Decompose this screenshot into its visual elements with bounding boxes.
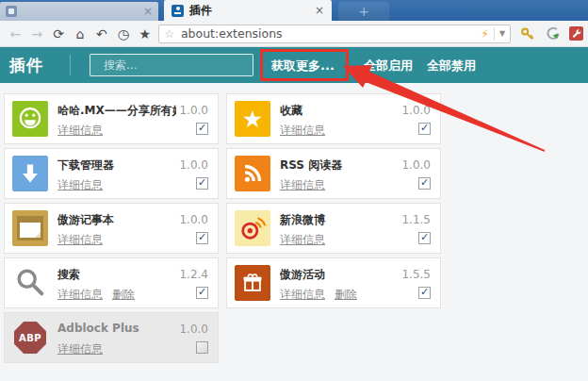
details-link[interactable]: 详细信息 (57, 232, 103, 248)
extension-version: 1.0.0 (401, 158, 431, 172)
details-link[interactable]: 详细信息 (57, 287, 103, 303)
details-link[interactable]: 详细信息 (57, 177, 103, 193)
tab-bar: × 插件 × + (0, 0, 588, 21)
chevron-down-icon[interactable]: ▼ (499, 29, 505, 38)
extension-card-rss-reader: RSS 阅读器 详细信息 1.0.0 ✓ (226, 148, 441, 199)
delete-link[interactable]: 删除 (335, 287, 357, 303)
enable-checkbox[interactable]: ✓ (418, 232, 431, 244)
extension-version: 1.0.0 (179, 104, 208, 117)
download-icon (12, 156, 48, 191)
extension-version: 1.0.0 (179, 213, 208, 226)
extension-card-activities: 傲游活动 详细信息 删除 1.5.5 ✓ (226, 257, 441, 308)
background-tab[interactable]: × (0, 2, 158, 21)
extension-card-search: 搜索 详细信息 删除 1.2.4 ✓ (4, 257, 219, 308)
close-icon[interactable]: × (143, 6, 153, 17)
history-icon[interactable]: ◷ (112, 26, 134, 41)
annotation-highlight-box (260, 49, 349, 81)
divider (494, 27, 495, 41)
extension-card-download-manager: 下载管理器 详细信息 1.0.0 ✓ (4, 148, 219, 199)
restore-green-arrow-icon[interactable] (545, 26, 560, 41)
delete-link[interactable]: 删除 (112, 287, 135, 303)
rss-icon (235, 156, 270, 191)
enable-checkbox[interactable]: ✓ (196, 123, 208, 135)
smiley-icon (12, 101, 48, 137)
extension-title: 下载管理器 (57, 157, 176, 174)
extension-title: 傲游活动 (280, 267, 399, 283)
page-title: 插件 (9, 55, 43, 76)
extensions-grid: 哈哈.MX——分享所有好笑的... 详细信息 1.0.0 ✓ ★ 收藏 详细信息… (0, 83, 588, 363)
disable-all-button[interactable]: 全部禁用 (427, 58, 476, 75)
details-link[interactable]: 详细信息 (280, 287, 325, 303)
extension-card-notepad: 傲游记事本 详细信息 1.0.0 ✓ (4, 203, 219, 254)
undo-icon[interactable]: ↶ (91, 26, 113, 41)
browser-window: × 插件 × + ← → ⟳ ⌂ ↶ ◷ ★ ☆ ⚡ ▼ (0, 0, 588, 381)
details-link[interactable]: 详细信息 (280, 123, 325, 139)
weibo-eye-icon (235, 210, 270, 246)
tab-extensions[interactable]: 插件 × (164, 0, 332, 21)
extension-card-weibo: 新浪微博 详细信息 1.1.5 ✓ (226, 203, 441, 254)
extension-title: 哈哈.MX——分享所有好笑的... (57, 103, 176, 119)
refresh-icon[interactable]: ⟳ (48, 26, 70, 41)
tab-label: 插件 (189, 3, 212, 19)
extension-version: 1.2.4 (179, 268, 208, 281)
close-icon[interactable]: × (315, 5, 324, 16)
extension-version: 1.5.5 (401, 268, 431, 281)
details-link[interactable]: 详细信息 (280, 177, 325, 193)
extension-version: 1.0.0 (179, 323, 208, 336)
forward-icon[interactable]: → (26, 26, 48, 41)
extension-title: 收藏 (280, 103, 399, 119)
notepad-icon (12, 210, 48, 246)
extension-version: 1.0.0 (179, 158, 208, 172)
bookmark-star-icon[interactable]: ☆ (164, 27, 174, 41)
enable-checkbox[interactable]: ✓ (418, 123, 431, 135)
page-favicon-icon (6, 6, 17, 17)
enable-checkbox[interactable]: ✓ (196, 177, 208, 190)
magnifier-icon (12, 265, 48, 301)
enable-checkbox[interactable]: ✓ (196, 341, 208, 354)
extension-title: Adblock Plus (57, 322, 176, 335)
enable-checkbox[interactable]: ✓ (196, 232, 208, 244)
abp-octagon-icon: ABP (12, 320, 48, 356)
details-link[interactable]: 详细信息 (280, 232, 325, 248)
extension-search-box[interactable] (90, 54, 253, 76)
favorites-star-icon[interactable]: ★ (134, 26, 155, 41)
extension-title: 傲游记事本 (57, 212, 176, 228)
back-icon[interactable]: ← (5, 26, 26, 41)
extension-version: 1.1.5 (401, 213, 431, 226)
enable-checkbox[interactable]: ✓ (418, 177, 431, 190)
extension-card-favorites: ★ 收藏 详细信息 1.0.0 ✓ (226, 93, 441, 144)
extension-card-adblock-plus: ABP Adblock Plus 详细信息 1.0.0 ✓ (4, 312, 219, 363)
star-icon: ★ (235, 101, 270, 137)
enable-all-button[interactable]: 全部启用 (364, 58, 413, 75)
new-tab-button[interactable]: + (338, 2, 389, 21)
extension-version: 1.0.0 (401, 104, 431, 117)
details-link[interactable]: 详细信息 (57, 341, 103, 357)
extension-card-haha-mx: 哈哈.MX——分享所有好笑的... 详细信息 1.0.0 ✓ (4, 93, 219, 144)
turbo-lightning-icon[interactable]: ⚡ (481, 27, 488, 41)
extensions-favicon-icon (172, 5, 184, 17)
password-key-icon[interactable] (520, 26, 535, 41)
address-input[interactable] (179, 25, 482, 41)
plugins-wrench-icon[interactable] (569, 26, 583, 41)
toolbar-right-icons (520, 26, 583, 41)
details-link[interactable]: 详细信息 (57, 123, 103, 139)
enable-checkbox[interactable]: ✓ (196, 287, 208, 299)
home-icon[interactable]: ⌂ (70, 26, 91, 41)
navigation-bar: ← → ⟳ ⌂ ↶ ◷ ★ ☆ ⚡ ▼ (0, 21, 588, 47)
address-bar[interactable]: ☆ ⚡ ▼ (158, 25, 511, 43)
search-input[interactable] (102, 58, 247, 73)
extension-title: 搜索 (57, 267, 176, 283)
enable-checkbox[interactable]: ✓ (418, 287, 431, 299)
extension-title: 新浪微博 (280, 212, 399, 228)
extension-title: RSS 阅读器 (280, 157, 399, 174)
divider (70, 55, 71, 75)
gift-icon (235, 265, 270, 301)
